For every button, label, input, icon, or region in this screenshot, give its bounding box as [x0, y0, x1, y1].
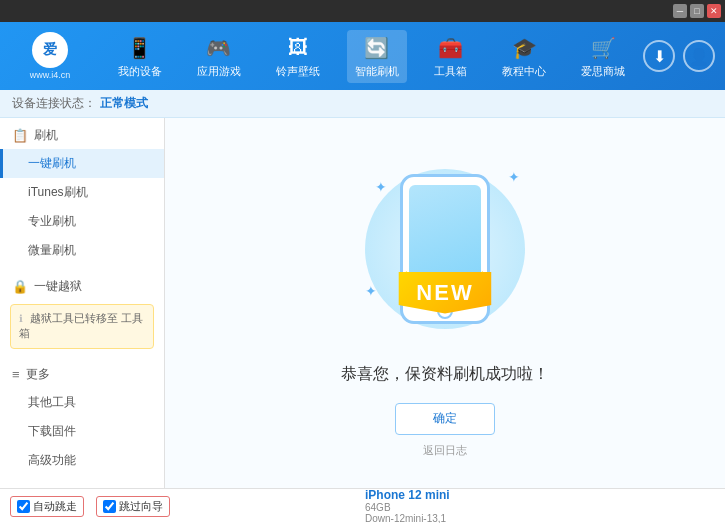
device-firmware: Down-12mini-13,1 — [365, 513, 715, 523]
top-nav: 爱 www.i4.cn 📱 我的设备 🎮 应用游戏 🖼 铃声壁纸 🔄 智能刷机 … — [0, 22, 725, 90]
new-ribbon: ✦✦ NEW — [398, 272, 491, 314]
sidebar-section-jailbreak: 🔒 一键越狱 ℹ 越狱工具已转移至 工具箱 — [0, 269, 164, 357]
my-device-icon: 📱 — [126, 34, 154, 62]
user-icon[interactable]: 👤 — [683, 40, 715, 72]
status-bar: 设备连接状态： 正常模式 — [0, 90, 725, 118]
auto-jump-label: 自动跳走 — [33, 499, 77, 514]
tutorials-label: 教程中心 — [502, 64, 546, 79]
auto-jump-checkbox-item[interactable]: 自动跳走 — [10, 496, 84, 517]
minimize-button[interactable]: ─ — [673, 4, 687, 18]
jailbreak-notice: ℹ 越狱工具已转移至 工具箱 — [10, 304, 154, 349]
toolbox-label: 工具箱 — [434, 64, 467, 79]
maximize-button[interactable]: □ — [690, 4, 704, 18]
sidebar-section-flash: 📋 刷机 一键刷机 iTunes刷机 专业刷机 微量刷机 — [0, 118, 164, 269]
logo-icon: 爱 — [32, 32, 68, 68]
more-section-icon: ≡ — [12, 367, 20, 382]
success-message: 恭喜您，保资料刷机成功啦！ — [341, 364, 549, 385]
content-area: ✦✦ NEW ✦ ✦ ✦ 恭喜您，保资料刷机成功啦！ 确定 返回日志 — [165, 118, 725, 488]
via-wizard-checkbox[interactable] — [103, 500, 116, 513]
status-label: 设备连接状态： — [12, 95, 96, 112]
sidebar-section-more-header: ≡ 更多 — [0, 361, 164, 388]
store-icon: 🛒 — [589, 34, 617, 62]
wallpaper-label: 铃声壁纸 — [276, 64, 320, 79]
sidebar-item-itunes-flash[interactable]: iTunes刷机 — [0, 178, 164, 207]
jailbreak-section-label: 一键越狱 — [34, 278, 82, 295]
nav-item-toolbox[interactable]: 🧰 工具箱 — [426, 30, 475, 83]
sidebar-item-micro-flash[interactable]: 微量刷机 — [0, 236, 164, 265]
sidebar-item-pro-flash[interactable]: 专业刷机 — [0, 207, 164, 236]
sparkle-top-right: ✦ — [508, 169, 520, 185]
tutorials-icon: 🎓 — [510, 34, 538, 62]
ribbon-shape: ✦✦ NEW — [398, 272, 491, 314]
jailbreak-section-icon: 🔒 — [12, 279, 28, 294]
sparkle-bottom-left: ✦ — [365, 283, 377, 299]
wallpaper-icon: 🖼 — [284, 34, 312, 62]
main-layout: 📋 刷机 一键刷机 iTunes刷机 专业刷机 微量刷机 🔒 一键越狱 ℹ 越狱… — [0, 118, 725, 488]
nav-item-store[interactable]: 🛒 爱思商城 — [573, 30, 633, 83]
via-wizard-checkbox-item[interactable]: 跳过向导 — [96, 496, 170, 517]
via-wizard-label: 跳过向导 — [119, 499, 163, 514]
sidebar: 📋 刷机 一键刷机 iTunes刷机 专业刷机 微量刷机 🔒 一键越狱 ℹ 越狱… — [0, 118, 165, 488]
device-name: iPhone 12 mini — [365, 488, 715, 502]
apps-games-label: 应用游戏 — [197, 64, 241, 79]
notice-icon: ℹ — [19, 313, 23, 324]
sidebar-item-advanced[interactable]: 高级功能 — [0, 446, 164, 475]
close-button[interactable]: ✕ — [707, 4, 721, 18]
sparkle-top-left: ✦ — [375, 179, 387, 195]
sidebar-section-more: ≡ 更多 其他工具 下载固件 高级功能 — [0, 357, 164, 479]
flash-section-icon: 📋 — [12, 128, 28, 143]
nav-right: ⬇ 👤 — [643, 40, 715, 72]
nav-item-apps-games[interactable]: 🎮 应用游戏 — [189, 30, 249, 83]
my-device-label: 我的设备 — [118, 64, 162, 79]
logo-url: www.i4.cn — [30, 70, 71, 80]
nav-item-smart-flash[interactable]: 🔄 智能刷机 — [347, 30, 407, 83]
toolbox-icon: 🧰 — [437, 34, 465, 62]
device-info: iPhone 12 mini 64GB Down-12mini-13,1 — [360, 488, 715, 523]
apps-games-icon: 🎮 — [205, 34, 233, 62]
smart-flash-label: 智能刷机 — [355, 64, 399, 79]
new-badge-text: NEW — [416, 280, 473, 305]
logo[interactable]: 爱 www.i4.cn — [10, 32, 90, 80]
sidebar-item-other-tools[interactable]: 其他工具 — [0, 388, 164, 417]
success-illustration: ✦✦ NEW ✦ ✦ ✦ — [345, 149, 545, 349]
nav-item-tutorials[interactable]: 🎓 教程中心 — [494, 30, 554, 83]
store-label: 爱思商城 — [581, 64, 625, 79]
title-bar: ─ □ ✕ — [0, 0, 725, 22]
device-storage: 64GB — [365, 502, 715, 513]
download-icon[interactable]: ⬇ — [643, 40, 675, 72]
sidebar-item-download-firmware[interactable]: 下载固件 — [0, 417, 164, 446]
nav-item-my-device[interactable]: 📱 我的设备 — [110, 30, 170, 83]
bottom-bar: 自动跳走 跳过向导 iPhone 12 mini 64GB Down-12min… — [0, 488, 725, 523]
back-today-link[interactable]: 返回日志 — [423, 443, 467, 458]
smart-flash-icon: 🔄 — [363, 34, 391, 62]
notice-text: 越狱工具已转移至 工具箱 — [19, 312, 143, 339]
sidebar-section-flash-header: 📋 刷机 — [0, 122, 164, 149]
flash-section-label: 刷机 — [34, 127, 58, 144]
status-value: 正常模式 — [100, 95, 148, 112]
more-section-label: 更多 — [26, 366, 50, 383]
auto-jump-checkbox[interactable] — [17, 500, 30, 513]
sidebar-item-one-key-flash[interactable]: 一键刷机 — [0, 149, 164, 178]
nav-item-wallpaper[interactable]: 🖼 铃声壁纸 — [268, 30, 328, 83]
bottom-checkboxes: 自动跳走 跳过向导 — [10, 496, 360, 517]
confirm-button[interactable]: 确定 — [395, 403, 495, 435]
nav-items: 📱 我的设备 🎮 应用游戏 🖼 铃声壁纸 🔄 智能刷机 🧰 工具箱 🎓 教程中心… — [100, 30, 643, 83]
sidebar-section-jailbreak-header: 🔒 一键越狱 — [0, 273, 164, 300]
